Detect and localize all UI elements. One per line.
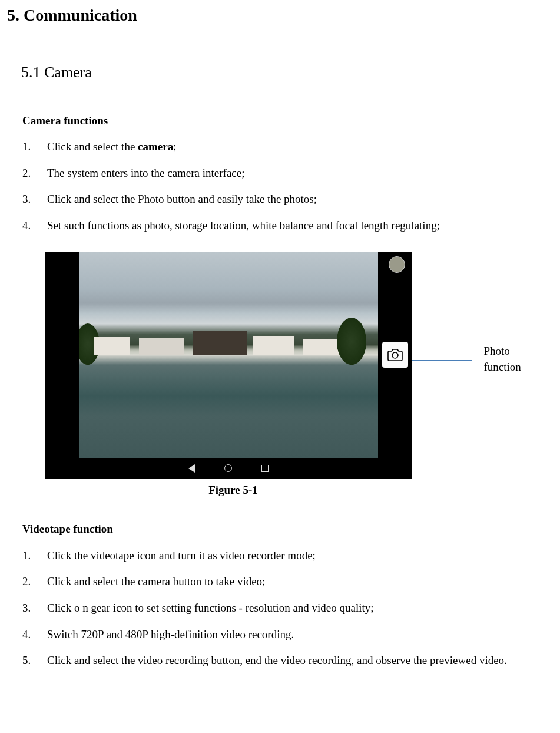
back-icon[interactable] — [188, 464, 195, 473]
item-text: Click the videotape icon and turn it as … — [47, 548, 542, 564]
item-number: 3. — [22, 600, 47, 616]
item-number: 2. — [22, 166, 47, 181]
list-item: 2. The system enters into the camera int… — [22, 166, 542, 181]
list-item: 2. Click and select the camera button to… — [22, 574, 542, 590]
camera-app-screenshot — [45, 252, 412, 479]
item-number: 5. — [22, 653, 47, 669]
figure-caption: Figure 5-1 — [45, 483, 422, 498]
camera-left-bar — [45, 252, 79, 458]
svg-point-0 — [392, 352, 398, 358]
item-number: 1. — [22, 548, 47, 564]
list-item: 4. Switch 720P and 480P high-definition … — [22, 627, 542, 643]
section-heading: 5. Communication — [7, 4, 548, 27]
section-title-text: Communication — [24, 6, 137, 24]
camera-viewfinder — [45, 252, 412, 458]
camera-functions-block: Camera functions 1. Click and select the… — [22, 113, 542, 234]
item-number: 1. — [22, 139, 47, 155]
list-item: 5. Click and select the video recording … — [22, 653, 542, 669]
item-number: 2. — [22, 574, 47, 590]
videotape-heading: Videotape function — [22, 521, 542, 537]
item-number: 4. — [22, 627, 47, 643]
list-item: 4. Set such functions as photo, storage … — [22, 218, 542, 234]
list-item: 1. Click the videotape icon and turn it … — [22, 548, 542, 564]
item-text: Switch 720P and 480P high-definition vid… — [47, 627, 542, 643]
item-text: Click and select the camera; — [47, 139, 542, 155]
camera-right-bar — [378, 252, 412, 458]
item-text: Click and select the video recording but… — [47, 653, 542, 669]
section-number: 5. — [7, 6, 19, 24]
shutter-button[interactable] — [382, 342, 408, 368]
list-item: 1. Click and select the camera; — [22, 139, 542, 155]
home-icon[interactable] — [224, 464, 232, 472]
item-text: Click and select the Photo button and ea… — [47, 191, 542, 207]
camera-icon — [387, 348, 403, 361]
figure-5-1: Photo function Figure 5-1 — [12, 252, 548, 498]
camera-functions-heading: Camera functions — [22, 113, 542, 129]
videotape-list: 1. Click the videotape icon and turn it … — [22, 548, 542, 669]
recents-icon[interactable] — [261, 465, 269, 472]
list-item: 3. Click and select the Photo button and… — [22, 191, 542, 207]
item-text: Click o n gear icon to set setting funct… — [47, 600, 542, 616]
item-text: Click and select the camera button to ta… — [47, 574, 542, 590]
android-nav-bar — [45, 458, 412, 479]
item-text: Set such functions as photo, storage loc… — [47, 218, 542, 234]
subsection-number: 5.1 — [21, 64, 41, 81]
videotape-function-block: Videotape function 1. Click the videotap… — [22, 521, 542, 669]
callout-connector — [409, 360, 472, 361]
camera-preview-image — [79, 252, 378, 458]
subsection-heading: 5.1 Camera — [21, 62, 548, 83]
item-number: 4. — [22, 218, 47, 234]
item-number: 3. — [22, 191, 47, 207]
item-text: The system enters into the camera interf… — [47, 166, 542, 181]
gallery-thumbnail-button[interactable] — [389, 256, 405, 273]
list-item: 3. Click o n gear icon to set setting fu… — [22, 600, 542, 616]
camera-functions-list: 1. Click and select the camera; 2. The s… — [22, 139, 542, 233]
subsection-title-text: Camera — [44, 64, 92, 81]
callout-label: Photo function — [483, 344, 548, 375]
